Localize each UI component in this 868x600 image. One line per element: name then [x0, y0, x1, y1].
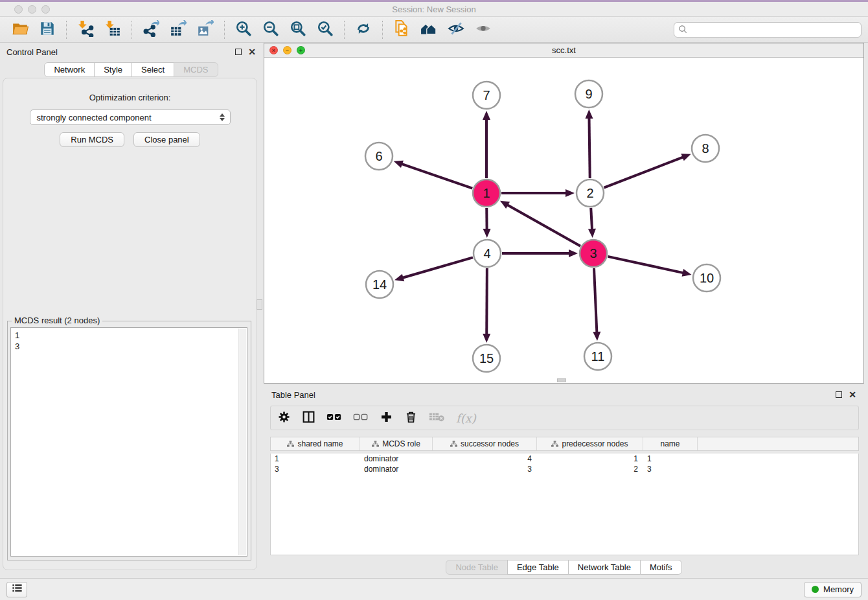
node-table-header: shared name MCDS role successor nodes pr… — [270, 437, 859, 451]
graph-edge-3-10[interactable] — [608, 257, 683, 273]
table-panel-header: Table Panel ✕ — [264, 386, 864, 403]
cell-shared-name: 1 — [271, 454, 360, 463]
import-table-button[interactable] — [103, 20, 122, 40]
import-network-button[interactable] — [76, 20, 95, 40]
control-panel-title: Control Panel — [6, 47, 58, 57]
export-table-button[interactable] — [168, 20, 188, 40]
copy-network-icon — [393, 20, 410, 40]
close-table-panel-icon[interactable]: ✕ — [849, 390, 856, 399]
memory-button[interactable]: Memory — [804, 582, 862, 597]
graph-edge-4-15[interactable] — [486, 268, 487, 335]
new-network-from-selection-button[interactable] — [392, 20, 411, 40]
tab-network[interactable]: Network — [44, 62, 95, 77]
table-delete-icon — [429, 411, 445, 425]
close-panel-button[interactable]: Close panel — [133, 132, 200, 147]
graph-edge-arrowhead — [483, 111, 490, 120]
zoom-selected-button[interactable] — [315, 20, 335, 40]
function-builder-button[interactable]: f(x) — [456, 411, 476, 425]
zoom-out-button[interactable] — [261, 20, 280, 40]
graph-edge-4-14[interactable] — [402, 257, 473, 278]
graph-edge-arrowhead — [585, 110, 593, 119]
app-title: Session: New Session — [0, 5, 868, 14]
graph-node-label-10: 10 — [700, 271, 714, 285]
mcds-result-textarea[interactable]: 1 3 — [10, 327, 247, 557]
zoom-selected-icon — [317, 20, 334, 40]
save-session-button[interactable] — [38, 20, 57, 40]
tab-style[interactable]: Style — [94, 62, 132, 77]
frame-close-icon[interactable]: × — [269, 46, 278, 54]
close-panel-icon[interactable]: ✕ — [248, 47, 256, 56]
graph-node-label-4: 4 — [483, 246, 490, 260]
graph-edge-arrowhead — [681, 154, 691, 161]
mcds-panel: Optimization criterion: strongly connect… — [3, 78, 257, 570]
select-all-columns-button[interactable] — [326, 412, 342, 424]
cell-name: 1 — [643, 454, 698, 463]
vertical-splitter-grip[interactable] — [257, 299, 262, 310]
network-canvas[interactable]: 1234678910111415 — [264, 58, 863, 383]
graph-node-label-7: 7 — [483, 88, 490, 102]
network-window-titlebar[interactable]: × − + scc.txt — [264, 43, 863, 58]
result-line: 1 — [15, 330, 243, 341]
frame-maximize-icon[interactable]: + — [297, 46, 305, 54]
graph-edge-2-9[interactable] — [589, 117, 589, 178]
add-column-button[interactable] — [380, 410, 393, 426]
search-input[interactable] — [674, 22, 862, 38]
fit-content-button[interactable] — [288, 20, 308, 40]
graph-edge-2-8[interactable] — [604, 157, 683, 188]
graph-edge-3-11[interactable] — [594, 268, 597, 333]
run-mcds-button[interactable]: Run MCDS — [60, 132, 124, 147]
fit-content-icon — [290, 20, 306, 40]
column-header-name[interactable]: name — [643, 437, 698, 450]
graph-node-label-9: 9 — [585, 87, 592, 101]
import-table-icon — [104, 20, 121, 40]
delete-table-button[interactable] — [429, 411, 445, 425]
table-row[interactable]: 1 dominator 4 1 1 — [271, 454, 858, 464]
column-header-successor-nodes[interactable]: successor nodes — [433, 437, 537, 450]
apply-layout-button[interactable] — [354, 20, 373, 40]
network-graph[interactable]: 1234678910111415 — [264, 58, 863, 383]
graph-edge-arrowhead — [394, 161, 404, 168]
column-header-shared-name[interactable]: shared name — [271, 437, 360, 450]
criterion-dropdown[interactable]: strongly connected component — [30, 110, 231, 125]
main-toolbar — [0, 17, 868, 43]
column-header-filler — [698, 437, 858, 450]
float-table-panel-icon[interactable] — [836, 391, 842, 398]
tab-motifs[interactable]: Motifs — [640, 560, 682, 575]
show-all-button[interactable] — [474, 20, 493, 40]
toolbar-separator — [131, 21, 132, 39]
graph-edge-1-6[interactable] — [401, 164, 472, 189]
graph-node-label-11: 11 — [591, 349, 605, 363]
export-network-button[interactable] — [141, 20, 161, 40]
float-panel-icon[interactable] — [235, 49, 242, 55]
export-table-icon — [170, 20, 187, 40]
canvas-splitter-grip[interactable] — [557, 378, 566, 382]
table-row[interactable]: 3 dominator 3 2 3 — [271, 464, 858, 474]
tab-mcds[interactable]: MCDS — [174, 62, 218, 77]
memory-status-dot — [812, 586, 819, 593]
open-session-button[interactable] — [10, 20, 30, 40]
toggle-panel-button[interactable] — [302, 410, 315, 426]
table-panel-title: Table Panel — [271, 390, 315, 400]
column-header-predecessor-nodes[interactable]: predecessor nodes — [537, 437, 643, 450]
deselect-all-columns-button[interactable] — [353, 412, 369, 424]
hide-selected-button[interactable] — [446, 20, 466, 40]
graph-edge-3-1[interactable] — [507, 205, 580, 246]
tree-icon — [372, 441, 379, 448]
graph-edge-2-3[interactable] — [591, 208, 592, 230]
result-scrollbar[interactable] — [238, 329, 246, 555]
first-neighbors-button[interactable] — [419, 20, 439, 40]
column-header-mcds-role[interactable]: MCDS role — [360, 437, 433, 450]
frame-minimize-icon[interactable]: − — [283, 46, 291, 54]
tab-network-table[interactable]: Network Table — [568, 560, 641, 575]
tab-edge-table[interactable]: Edge Table — [507, 560, 569, 575]
tab-node-table[interactable]: Node Table — [446, 560, 508, 575]
delete-column-button[interactable] — [404, 410, 418, 426]
task-history-button[interactable] — [6, 582, 27, 597]
zoom-in-button[interactable] — [234, 20, 253, 40]
graph-edge-arrowhead — [565, 189, 575, 197]
table-toolbar: f(x) — [270, 406, 859, 430]
table-settings-button[interactable] — [277, 410, 291, 426]
tab-select[interactable]: Select — [131, 62, 174, 77]
cell-mcds-role: dominator — [360, 465, 433, 474]
export-image-button[interactable] — [196, 20, 215, 40]
